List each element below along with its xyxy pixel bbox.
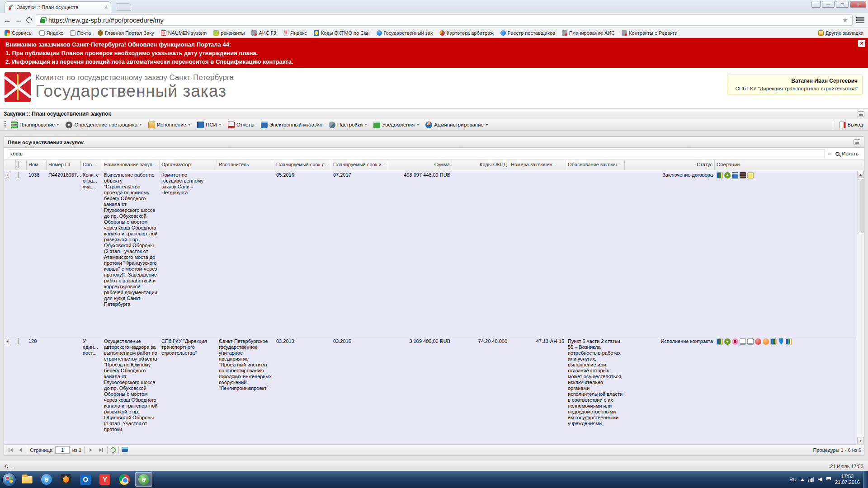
refresh-icon[interactable] (109, 446, 117, 453)
taskbar-app-button[interactable] (57, 472, 75, 487)
page-number-input[interactable] (55, 446, 70, 454)
bookmark-mail[interactable]: Почта (70, 30, 91, 36)
new-tab-button[interactable] (116, 3, 131, 11)
browser-menu-icon[interactable] (856, 17, 864, 23)
flower-icon[interactable] (732, 338, 738, 345)
id-card-icon[interactable] (732, 172, 738, 178)
tray-clock[interactable]: 17:53 21.07.2016 (835, 474, 860, 485)
row-checkbox[interactable] (18, 338, 19, 344)
bookmark-goszakaz[interactable]: Государственный зак (377, 30, 433, 36)
pin-icon[interactable] (778, 338, 784, 345)
row-checkbox[interactable] (18, 172, 19, 178)
search-button[interactable]: Искать (834, 151, 860, 156)
bar-chart-icon[interactable] (786, 338, 792, 345)
bookmark-oktmo[interactable]: Коды ОКТМО по Сан (314, 30, 370, 36)
col-contract-numbers[interactable]: Номера заключен... (509, 160, 566, 170)
bookmark-ais-gz[interactable]: АИС ГЗ (251, 30, 276, 36)
banner-close-icon[interactable]: × (858, 40, 865, 47)
col-status[interactable]: Статус (625, 160, 715, 170)
orange-dot-icon[interactable] (763, 338, 769, 345)
action-center-flag-icon[interactable] (826, 477, 831, 482)
taskbar-active-browser-button[interactable]: e (135, 472, 152, 487)
col-sum[interactable]: Сумма (388, 160, 452, 170)
menu-execution[interactable]: Исполнение (145, 120, 194, 130)
col-okpd[interactable]: Коды ОКПД (452, 160, 509, 170)
clear-search-icon[interactable]: × (828, 151, 831, 157)
notes-icon[interactable] (747, 172, 754, 178)
reload-icon[interactable] (25, 16, 33, 24)
url-text[interactable]: https://new.gz-spb.ru/#po/procedure/my (48, 17, 164, 24)
search-input[interactable] (8, 150, 825, 158)
save-export-icon[interactable] (122, 447, 128, 453)
bookmark-portal[interactable]: Главная Портал Заку (98, 30, 154, 36)
window-extra-button[interactable] (811, 1, 821, 8)
col-pg-number[interactable]: Номер ПГ (47, 160, 81, 170)
window-minimize-button[interactable]: — (822, 1, 835, 8)
back-icon[interactable]: ← (4, 16, 11, 24)
bookmark-star-icon[interactable] (842, 17, 848, 23)
window-close-button[interactable]: × (850, 1, 866, 8)
bookmark-planirovanie[interactable]: Планирование АИС (562, 30, 615, 36)
gear-icon[interactable] (724, 338, 731, 345)
menu-supplier-determination[interactable]: Определение поставщика (62, 120, 145, 130)
bookmark-yandex2[interactable]: ЯЯндекс (283, 30, 307, 36)
language-indicator[interactable]: RU (789, 477, 797, 482)
bookmark-kontrakty[interactable]: Контракты :: Редакти (622, 30, 677, 36)
bookmark-naumen[interactable]: 0NAUMEN system (161, 30, 207, 36)
select-all-header[interactable] (16, 160, 27, 170)
menu-nsi[interactable]: НСИ (194, 120, 225, 130)
doc-icon[interactable] (740, 338, 746, 345)
table-row[interactable]: + 1038 П442016037... Конк. с огра... уча… (4, 171, 857, 337)
col-executor[interactable]: Исполнитель (217, 160, 274, 170)
next-page-button[interactable] (87, 446, 94, 454)
taskbar-chrome-button[interactable] (116, 472, 133, 487)
bookmark-yandex[interactable]: Яндекс (39, 30, 63, 36)
bookmark-services[interactable]: Сервисы (5, 30, 33, 36)
expand-row-icon[interactable]: + (6, 339, 9, 344)
last-page-button[interactable] (97, 446, 104, 454)
padlock-icon[interactable] (40, 19, 45, 23)
hidden-icons-icon[interactable] (801, 479, 804, 481)
scroll-icon[interactable] (740, 172, 746, 178)
taskbar-outlook-button[interactable]: O (77, 472, 94, 487)
scrollbar-thumb[interactable] (858, 179, 863, 233)
header-checkbox[interactable] (18, 161, 19, 168)
bookmark-kartoteka[interactable]: Картотека арбитраж (439, 30, 494, 36)
prev-page-button[interactable] (17, 446, 24, 454)
start-button[interactable] (2, 473, 16, 487)
gear-icon[interactable] (724, 172, 731, 178)
doc-icon[interactable] (747, 338, 754, 345)
col-num[interactable]: Ном... (27, 160, 47, 170)
menu-eshop[interactable]: Электронный магазин (258, 120, 326, 130)
col-method[interactable]: Спо... (81, 160, 102, 170)
filter-column-header[interactable] (4, 160, 16, 170)
browser-tab[interactable]: Закупки :: План осуществ × (5, 1, 111, 13)
first-page-button[interactable] (7, 446, 14, 454)
red-dot-icon[interactable] (755, 338, 761, 345)
menu-settings[interactable]: Настройки (326, 120, 370, 130)
table-row[interactable]: + 120 У един... пост... Осуществление ав… (4, 337, 857, 444)
other-bookmarks-button[interactable]: Другие закладки (818, 30, 863, 36)
menu-notifications[interactable]: Уведомления (370, 120, 422, 130)
col-planned-start[interactable]: Планируемый срок р... (274, 160, 331, 170)
window-maximize-button[interactable]: ▢ (836, 1, 849, 8)
col-name[interactable]: Наименование закуп... (102, 160, 160, 170)
scroll-up-icon[interactable]: ▲ (857, 171, 864, 178)
col-organizer[interactable]: Организатор (160, 160, 217, 170)
bookmark-reestr[interactable]: Реестр поставщиков (500, 30, 555, 36)
menu-reports[interactable]: Отчеты (225, 120, 258, 130)
bar-chart-icon[interactable] (717, 338, 723, 345)
collapse-panel-icon[interactable] (858, 111, 864, 117)
grid-scrollbar[interactable]: ▲ ▼ (857, 171, 864, 444)
scroll-down-icon[interactable]: ▼ (857, 437, 864, 444)
address-bar[interactable]: https://new.gz-spb.ru/#po/procedure/my (36, 14, 853, 26)
forward-icon[interactable]: → (15, 16, 23, 24)
bar-chart-icon[interactable] (717, 172, 723, 178)
volume-icon[interactable] (818, 477, 822, 482)
bar-chart-icon[interactable] (770, 338, 777, 345)
taskbar-explorer-button[interactable] (19, 472, 36, 487)
col-operations[interactable]: Операции (715, 160, 856, 170)
taskbar-ie-button[interactable]: e (38, 472, 55, 487)
tab-close-icon[interactable]: × (104, 5, 108, 10)
exit-button[interactable]: Выход (836, 120, 866, 130)
